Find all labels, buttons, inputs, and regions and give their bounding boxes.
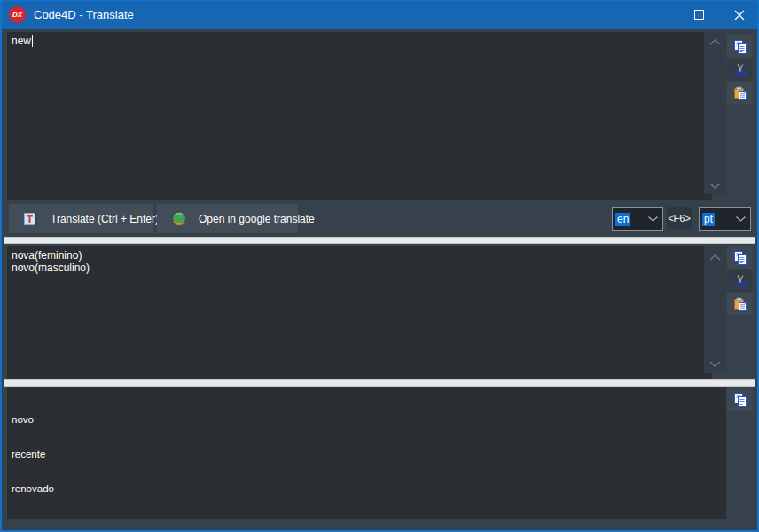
result-scrollbar[interactable] [704,246,726,373]
source-text: new [12,35,31,47]
translate-button-label: Translate (Ctrl + Enter) [51,213,159,225]
titlebar[interactable]: DX Code4D - Translate [0,0,759,29]
svg-text:2: 2 [183,220,187,227]
copy-icon [733,251,747,265]
horizontal-splitter-bottom[interactable] [4,379,755,387]
scroll-down-icon [709,361,721,367]
text-caret [32,35,33,47]
source-scroll-down-button[interactable] [707,180,724,191]
copy-icon [733,393,747,407]
list-item: renovado [12,483,722,495]
close-button[interactable] [719,0,759,29]
alternatives-copy-button[interactable] [727,388,753,411]
swap-shortcut-label: <F6> [667,207,692,229]
maximize-button[interactable] [679,0,719,29]
google-button-label: Open in google translate [199,213,315,225]
toolbar-divider [0,200,759,200]
result-paste-button[interactable] [727,293,753,315]
chevron-down-icon [648,216,658,222]
source-cut-button[interactable] [727,59,753,81]
close-icon [734,10,745,20]
source-scroll-up-button[interactable] [707,36,724,47]
chevron-down-icon [736,216,746,222]
list-item: novo [12,414,722,426]
app-logo-icon: DX [9,6,26,23]
scroll-down-icon [709,183,721,189]
source-scrollbar[interactable] [704,32,726,194]
window-title: Code4D - Translate [34,8,679,21]
source-language-select[interactable]: en [612,207,663,231]
source-language-value: en [615,213,630,226]
translation-result-editor[interactable]: nova(feminino)novo(masculino) [7,246,712,379]
scissors-icon [733,274,747,288]
result-line: novo(masculino) [12,262,708,274]
copy-icon [733,40,747,54]
result-cut-button[interactable] [727,270,753,292]
google-translate-icon: 2 [172,211,187,226]
source-text-editor[interactable]: new [7,32,712,200]
scroll-up-icon [709,254,721,261]
list-item: recente [12,449,722,460]
target-language-select[interactable]: pt [699,207,751,231]
alternatives-list[interactable]: novo recente renovado novato moderno ori… [7,387,726,519]
source-paste-button[interactable] [727,82,753,104]
app-window: DX Code4D - Translate new [0,0,759,532]
result-scroll-up-button[interactable] [707,252,724,262]
result-scroll-down-button[interactable] [707,358,724,369]
scroll-up-icon [709,39,721,45]
open-google-translate-button[interactable]: 2 Open in google translate [157,204,298,233]
target-language-value: pt [702,213,715,226]
scissors-icon [733,63,747,77]
translate-button[interactable]: Translate (Ctrl + Enter) [9,204,153,233]
paste-icon [733,297,747,311]
list-item: novato [12,518,722,519]
app-logo-text: DX [12,11,22,19]
maximize-icon [694,10,704,20]
result-line: nova(feminino) [12,249,708,262]
translate-icon [24,212,39,226]
result-copy-button[interactable] [727,246,753,269]
source-copy-button[interactable] [727,35,753,58]
horizontal-splitter-top[interactable] [4,237,755,244]
paste-icon [733,86,747,100]
